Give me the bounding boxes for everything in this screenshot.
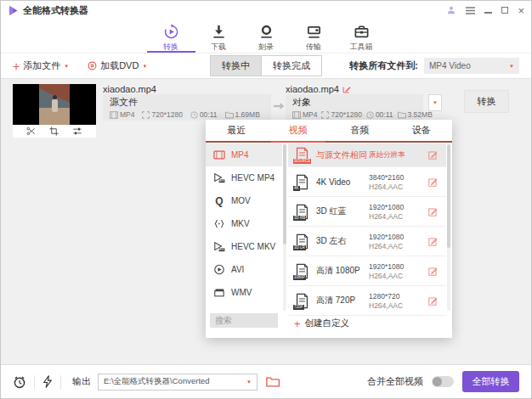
chevron-down-icon: ▼ xyxy=(142,64,147,69)
format-list: MP4 HEVC HEVC MP4 Q MOV MKV xyxy=(206,143,282,311)
trim-scissors-icon[interactable] xyxy=(26,126,36,136)
tab-converting[interactable]: 转换中 xyxy=(210,55,262,76)
crop-icon[interactable] xyxy=(49,126,59,136)
profile-doc-icon: 4K xyxy=(295,174,309,190)
preset-tab-recent[interactable]: 最近 xyxy=(206,120,268,141)
app-title: 全能格式转换器 xyxy=(23,4,88,17)
hevc-play-icon: HEVC xyxy=(213,241,225,252)
open-folder-icon[interactable] xyxy=(266,376,280,387)
tab-converted[interactable]: 转换完成 xyxy=(261,55,322,76)
output-path-select[interactable]: E:\全能格式转换器\Converted ▼ xyxy=(98,374,258,391)
preset-body: MP4 HEVC HEVC MP4 Q MOV MKV xyxy=(206,143,452,336)
profile-doc-icon: 3D LR xyxy=(295,233,309,250)
nav-tab-transfer[interactable]: 传输 xyxy=(296,20,332,53)
toggle-knob xyxy=(433,377,442,386)
profile-item-hd-1080p[interactable]: 1080P 高清 1080P 1920*1080H264,AAC xyxy=(288,256,446,286)
chevron-down-icon: ▼ xyxy=(64,64,69,69)
convert-all-to-label: 转换所有文件到: xyxy=(349,59,418,72)
rename-pencil-icon[interactable] xyxy=(342,85,351,93)
app-logo-icon xyxy=(8,5,19,16)
convert-button[interactable]: 转换 xyxy=(464,90,509,113)
mp4-filmstrip-icon xyxy=(213,149,225,160)
output-path-value: E:\全能格式转换器\Converted xyxy=(104,376,246,387)
edit-preset-icon[interactable] xyxy=(428,237,438,246)
burn-disc-icon xyxy=(258,24,274,40)
profile-item-same-as-source[interactable]: SOURCE 与源文件相同 原始分辨率 xyxy=(288,143,446,167)
content-area: xiaodao.mp4 源文件 MP4 720*1280 00:11 1.69M… xyxy=(1,80,531,364)
merge-videos-toggle[interactable] xyxy=(432,376,454,387)
format-item-mkv[interactable]: MKV xyxy=(206,212,282,235)
target-card: 对象 MP4 720*1280 00:11 3.52MB xyxy=(286,94,423,121)
source-card-title: 源文件 xyxy=(110,96,264,109)
format-item-hevc-mkv[interactable]: HEVC HEVC MKV xyxy=(206,235,282,258)
clip-tools xyxy=(13,125,96,138)
nav-tab-burn[interactable]: 刻录 xyxy=(248,20,285,53)
source-card: 源文件 MP4 720*1280 00:11 1.69MB xyxy=(103,94,271,121)
format-item-mp4[interactable]: MP4 xyxy=(206,143,282,166)
preset-tab-device[interactable]: 设备 xyxy=(391,120,453,141)
profile-item-4k[interactable]: 4K 4K Video 3840*2160H264,AAC xyxy=(288,167,446,197)
profile-item-3d-left-right[interactable]: 3D LR 3D 左右 1920*1080H264,AAC xyxy=(288,227,446,256)
thumbnail-image xyxy=(39,84,70,125)
resolution-frame-icon xyxy=(142,111,150,119)
target-meta: MP4 720*1280 00:11 3.52MB xyxy=(292,110,416,119)
format-list-scrollbar[interactable] xyxy=(283,144,286,311)
nav-label: 下载 xyxy=(211,42,226,53)
profile-list: SOURCE 与源文件相同 原始分辨率 4K 4K Video 3840*216… xyxy=(288,143,446,316)
preset-tab-audio[interactable]: 音频 xyxy=(329,120,391,141)
nav-tab-convert[interactable]: 转换 xyxy=(153,20,190,53)
nav-tab-download[interactable]: 下载 xyxy=(201,20,237,53)
preset-panel: 最近 视频 音频 设备 MP4 HEVC HEVC MP4 Q xyxy=(206,120,452,338)
profile-item-hd-720p[interactable]: 720P 高清 720P 1280*720H264,AAC xyxy=(288,286,446,316)
edit-preset-icon[interactable] xyxy=(428,150,438,160)
mkv-matroska-icon xyxy=(213,218,225,229)
play-circle-icon xyxy=(213,264,225,275)
format-item-m4v[interactable]: M4V xyxy=(206,304,282,311)
add-file-button[interactable]: + 添加文件 ▼ xyxy=(13,59,69,72)
format-item-mov[interactable]: Q MOV xyxy=(206,189,282,212)
format-item-wmv[interactable]: WMV xyxy=(206,281,282,304)
format-item-avi[interactable]: AVI xyxy=(206,258,282,281)
schedule-alarm-icon[interactable] xyxy=(13,375,26,389)
svg-text:HEVC: HEVC xyxy=(218,248,225,251)
convert-all-to-select[interactable]: MP4 Video ▼ xyxy=(424,58,519,74)
high-speed-lightning-icon[interactable] xyxy=(42,375,53,388)
svg-text:HEVC: HEVC xyxy=(218,179,225,183)
folder-size-icon xyxy=(398,111,406,119)
user-icon[interactable] xyxy=(446,5,456,15)
load-dvd-label: 加载DVD xyxy=(100,59,139,72)
clapperboard-icon xyxy=(213,287,225,298)
size-meta: 1.69MB xyxy=(225,110,260,119)
effects-sliders-icon[interactable] xyxy=(72,126,82,136)
edit-preset-icon[interactable] xyxy=(428,296,438,306)
close-icon[interactable]: × xyxy=(518,5,524,16)
load-dvd-button[interactable]: 加载DVD ▼ xyxy=(88,59,147,72)
preset-dropdown-toggle[interactable]: ▼ xyxy=(428,94,442,111)
menu-icon[interactable] xyxy=(466,7,475,14)
main-nav: 转换 下载 刻录 传输 工具箱 xyxy=(1,20,531,53)
titlebar: 全能格式转换器 × xyxy=(1,1,531,20)
source-to-target-arrow-icon xyxy=(274,102,285,110)
edit-preset-icon[interactable] xyxy=(428,207,438,216)
edit-preset-icon[interactable] xyxy=(428,177,438,187)
format-meta: MP4 xyxy=(110,110,134,119)
bottom-right-group: 合并全部视频 全部转换 xyxy=(367,371,519,392)
profile-doc-icon: 3D RB xyxy=(295,204,309,220)
resolution-meta: 720*1280 xyxy=(142,110,182,119)
video-thumbnail[interactable] xyxy=(13,84,96,125)
profile-list-scrollbar[interactable] xyxy=(447,144,450,311)
format-item-hevc-mp4[interactable]: HEVC HEVC MP4 xyxy=(206,166,282,189)
minimize-icon[interactable] xyxy=(484,7,492,14)
profile-item-3d-red-blue[interactable]: 3D RB 3D 红蓝 1920*1080H264,AAC xyxy=(288,197,446,227)
nav-tab-toolbox[interactable]: 工具箱 xyxy=(343,20,380,53)
preset-tab-video[interactable]: 视频 xyxy=(268,120,330,141)
edit-preset-icon[interactable] xyxy=(428,267,438,276)
target-card-title: 对象 xyxy=(292,96,416,109)
nav-label: 传输 xyxy=(306,42,321,53)
preset-search-input[interactable] xyxy=(210,313,278,328)
create-custom-button[interactable]: + 创建自定义 xyxy=(294,318,349,329)
profile-doc-icon: SOURCE xyxy=(295,147,309,163)
convert-all-button[interactable]: 全部转换 xyxy=(462,371,519,392)
plus-icon: + xyxy=(13,60,20,72)
maximize-icon[interactable] xyxy=(501,7,508,14)
